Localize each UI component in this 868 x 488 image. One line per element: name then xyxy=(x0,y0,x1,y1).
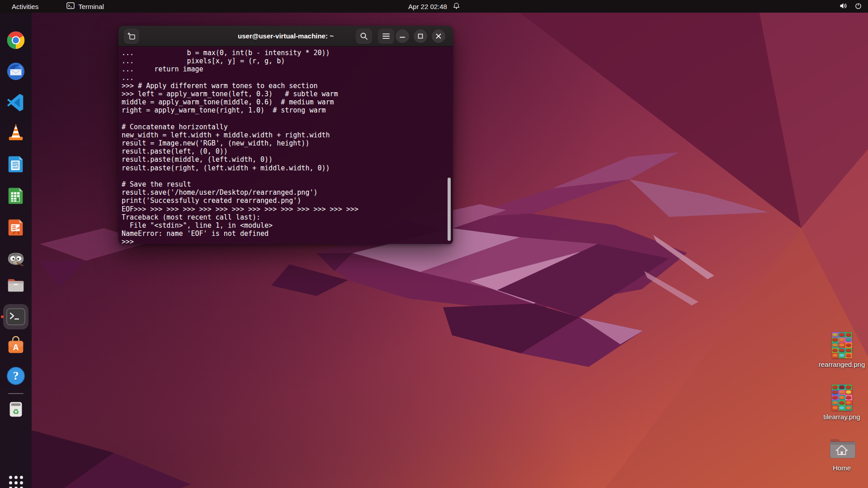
desktop-icon-tilearray[interactable]: tilearray.png xyxy=(812,385,868,421)
dock-item-libreoffice-impress[interactable] xyxy=(5,217,26,238)
thumbnail-cell xyxy=(832,400,839,406)
menu-button[interactable] xyxy=(378,28,394,44)
terminal-line: ... b = max(0, int(b - intensity * 20)) xyxy=(122,49,453,57)
dock-item-vscode[interactable] xyxy=(5,92,26,113)
clock-label: Apr 22 02:48 xyxy=(408,3,447,10)
volume-icon xyxy=(840,2,847,11)
thumbnail-cell xyxy=(839,405,845,411)
terminal-line: new_width = left.width + middle.width + … xyxy=(122,131,453,139)
dock-item-files[interactable] xyxy=(5,275,26,296)
gimp-icon xyxy=(5,248,26,268)
terminal-line: right = apply_warm_tone(right, 1.0) # st… xyxy=(122,106,453,114)
app-menu-label: Terminal xyxy=(78,3,104,10)
thumbnail-cell xyxy=(832,338,839,343)
terminal-line: # Save the result xyxy=(122,180,453,188)
home-folder-icon xyxy=(827,436,856,462)
maximize-button[interactable] xyxy=(414,29,427,43)
impress-icon xyxy=(5,217,26,238)
ubuntu-software-icon: A xyxy=(5,335,26,356)
terminal-line: result.paste(left, (0, 0)) xyxy=(122,147,453,155)
thumbnail-cell xyxy=(832,405,839,411)
thumbnail-cell xyxy=(839,385,845,390)
thumbnail-cell xyxy=(839,348,845,353)
thumbnail-cell xyxy=(832,348,839,353)
thumbnail-cell xyxy=(839,400,845,406)
thunderbird-icon xyxy=(5,61,26,82)
thumbnail-cell xyxy=(845,385,852,390)
hamburger-menu-icon xyxy=(382,33,390,39)
activities-button[interactable]: Activities xyxy=(8,2,42,11)
terminal-line: >>> # Apply different warm tones to each… xyxy=(122,82,453,90)
chrome-icon xyxy=(5,30,26,51)
thumbnail-cell xyxy=(845,405,852,411)
desktop-icon-label: Home xyxy=(812,464,868,472)
trash-glyph: ♻ xyxy=(13,408,19,416)
thumbnail-cell xyxy=(845,343,852,348)
terminal-app-icon xyxy=(66,2,75,10)
thumbnail-cell xyxy=(839,395,845,400)
terminal-line: print('Successfully created rearranged.p… xyxy=(122,197,453,205)
terminal-line: middle = apply_warm_tone(middle, 0.6) # … xyxy=(122,98,453,106)
desktop-icon-label: tilearray.png xyxy=(812,413,868,421)
app-menu-button[interactable]: Terminal xyxy=(63,2,108,11)
desktop-icon-rearranged[interactable]: rearranged.png xyxy=(812,332,868,368)
dock-item-gimp[interactable] xyxy=(5,248,26,268)
rearranged-thumbnail xyxy=(832,332,852,358)
thumbnail-cell xyxy=(839,390,845,395)
close-icon xyxy=(436,33,441,39)
software-glyph: A xyxy=(13,343,19,352)
desktop-icon-label: rearranged.png xyxy=(812,361,868,368)
close-button[interactable] xyxy=(432,29,445,43)
search-icon xyxy=(360,32,368,40)
thumbnail-cell xyxy=(832,395,839,400)
dock: A ? ♻ xyxy=(0,13,32,488)
terminal-line: result.paste(right, (left.width + middle… xyxy=(122,164,453,172)
clock-menu-button[interactable]: Apr 22 02:48 xyxy=(404,0,464,13)
show-applications-button[interactable] xyxy=(8,474,24,488)
terminal-line: ... xyxy=(122,74,453,82)
thumbnail-cell xyxy=(832,385,839,390)
thumbnail-cell xyxy=(839,332,845,338)
thumbnail-cell xyxy=(845,332,852,338)
dock-item-libreoffice-writer[interactable] xyxy=(5,154,26,174)
window-titlebar[interactable]: user@user-virtual-machine: ~ xyxy=(118,26,453,47)
thumbnail-cell xyxy=(832,343,839,348)
trash-icon: ♻ xyxy=(5,399,26,419)
dock-divider xyxy=(8,393,24,394)
dock-item-thunderbird[interactable] xyxy=(5,61,26,82)
vlc-icon xyxy=(5,122,26,143)
dock-item-ubuntu-software[interactable]: A xyxy=(5,335,26,356)
notification-bell-icon xyxy=(453,2,460,11)
thumbnail-cell xyxy=(845,348,852,353)
terminal-line: >>> left = apply_warm_tone(left, 0.3) # … xyxy=(122,90,453,98)
maximize-icon xyxy=(418,33,423,39)
thumbnail-cell xyxy=(845,395,852,400)
dock-item-libreoffice-calc[interactable] xyxy=(5,185,26,206)
minimize-button[interactable] xyxy=(396,29,409,43)
help-glyph: ? xyxy=(13,369,19,382)
thumbnail-cell xyxy=(832,332,839,338)
power-icon xyxy=(855,2,862,11)
search-button[interactable] xyxy=(356,28,372,44)
desktop-root: Activities Terminal Apr 22 02:48 xyxy=(0,0,868,488)
dock-item-vlc[interactable] xyxy=(5,122,26,143)
tilearray-thumbnail xyxy=(832,385,852,411)
terminal-line: NameError: name 'EOF' is not defined xyxy=(122,230,453,238)
thumbnail-cell xyxy=(845,353,852,358)
system-status-area[interactable] xyxy=(840,2,862,11)
desktop-icon-home[interactable]: Home xyxy=(812,436,868,472)
new-tab-button[interactable] xyxy=(124,28,139,44)
dock-item-help[interactable]: ? xyxy=(5,366,26,386)
dock-item-trash[interactable]: ♻ xyxy=(5,399,26,419)
dock-item-chrome[interactable] xyxy=(5,30,26,51)
files-folder-icon xyxy=(5,275,26,296)
terminal-line: result.paste(middle, (left.width, 0)) xyxy=(122,155,453,164)
terminal-line xyxy=(122,172,453,180)
terminal-scrollbar[interactable] xyxy=(448,178,451,241)
terminal-icon xyxy=(5,307,26,326)
calc-icon xyxy=(5,185,26,206)
terminal-output[interactable]: ... b = max(0, int(b - intensity * 20)).… xyxy=(118,47,453,244)
thumbnail-cell xyxy=(839,338,845,343)
thumbnail-cell xyxy=(839,353,845,358)
dock-item-terminal[interactable] xyxy=(5,307,26,328)
